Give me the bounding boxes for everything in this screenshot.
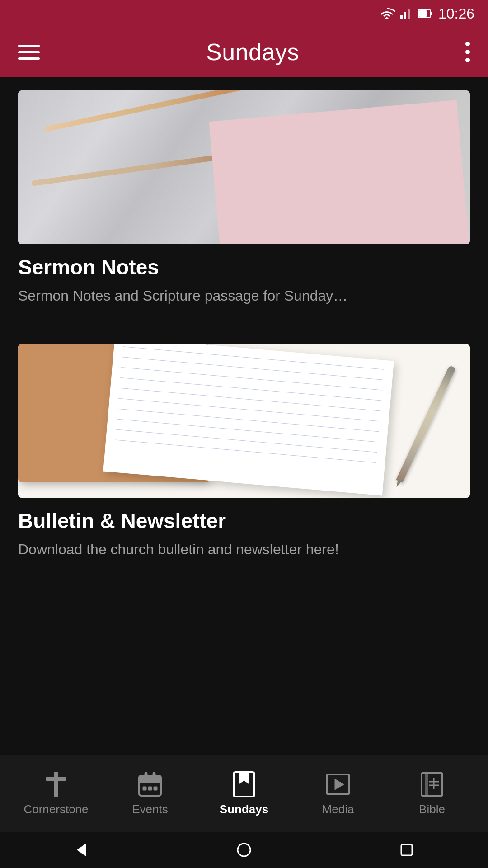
nav-label-cornerstone: Cornerstone [23, 802, 88, 816]
recents-button[interactable] [393, 836, 420, 863]
notepad-line [119, 388, 380, 411]
notepad-line [118, 398, 380, 422]
notepad-line [120, 377, 381, 401]
bulletin-bg [18, 344, 470, 498]
nav-item-bible[interactable]: Bible [385, 771, 479, 816]
sermon-notes-image [18, 90, 470, 244]
bulletin-card[interactable]: Bulletin & Newsletter Download the churc… [18, 344, 470, 571]
notepad-line [116, 429, 377, 453]
svg-rect-1 [404, 12, 406, 19]
sermon-notes-description: Sermon Notes and Scripture passage for S… [18, 286, 470, 306]
app-bar-title: Sundays [206, 38, 299, 66]
battery-icon [418, 8, 433, 19]
home-button[interactable] [230, 836, 258, 863]
notepad-line [122, 357, 383, 380]
pencil-1 [45, 90, 347, 132]
svg-rect-11 [153, 772, 155, 779]
notepad-line [123, 346, 384, 370]
svg-rect-4 [430, 12, 432, 15]
wifi-icon [379, 8, 395, 19]
nav-item-events[interactable]: Events [103, 771, 197, 816]
svg-rect-25 [401, 844, 412, 855]
svg-rect-18 [422, 773, 442, 796]
bible-icon [418, 771, 446, 798]
lined-notepad [103, 344, 394, 496]
svg-rect-14 [154, 787, 157, 790]
app-bar: Sundays [0, 27, 488, 77]
nav-label-media: Media [322, 802, 354, 816]
nav-label-events: Events [132, 802, 168, 816]
svg-rect-13 [148, 787, 152, 790]
notepad-lines [112, 346, 384, 495]
nav-label-bible: Bible [419, 802, 445, 816]
svg-marker-23 [77, 844, 86, 856]
media-icon [324, 771, 352, 798]
status-icons: 10:26 [379, 5, 474, 22]
bulletin-title: Bulletin & Newsletter [18, 509, 470, 533]
svg-rect-9 [139, 776, 161, 783]
svg-rect-5 [419, 10, 427, 17]
signal-icon [400, 8, 413, 19]
notepad-line [115, 439, 376, 463]
svg-marker-17 [335, 779, 344, 790]
pen [396, 365, 456, 483]
cross-icon [42, 771, 70, 798]
svg-rect-6 [54, 772, 58, 797]
bulletin-description: Download the church bulletin and newslet… [18, 539, 470, 560]
bulletin-info: Bulletin & Newsletter Download the churc… [18, 498, 470, 571]
more-options-button[interactable] [465, 42, 470, 62]
nav-label-sundays: Sundays [220, 802, 268, 816]
bookmark-icon [230, 771, 258, 798]
calendar-icon [136, 771, 164, 798]
sermon-notes-card[interactable]: Sermon Notes Sermon Notes and Scripture … [18, 90, 470, 317]
pencil-2 [31, 137, 345, 186]
bulletin-image [18, 344, 470, 498]
menu-button[interactable] [18, 45, 40, 60]
nav-item-sundays[interactable]: Sundays [197, 771, 291, 816]
nav-item-cornerstone[interactable]: Cornerstone [9, 771, 103, 816]
system-nav-bar [0, 832, 488, 868]
sermon-notes-info: Sermon Notes Sermon Notes and Scripture … [18, 244, 470, 317]
svg-rect-2 [408, 9, 410, 19]
pencil-container [18, 90, 470, 244]
svg-rect-19 [425, 773, 428, 796]
notepad-line [117, 419, 378, 442]
notepad-line [121, 367, 382, 391]
sermon-notes-bg [18, 90, 470, 244]
bottom-nav: Cornerstone Events Sundays [0, 755, 488, 832]
svg-rect-10 [145, 772, 147, 779]
nav-item-media[interactable]: Media [291, 771, 385, 816]
svg-point-24 [238, 844, 250, 856]
sermon-notes-title: Sermon Notes [18, 255, 470, 279]
status-bar: 10:26 [0, 0, 488, 27]
notepad-line [117, 408, 379, 432]
status-time: 10:26 [438, 5, 474, 22]
back-button[interactable] [68, 836, 95, 863]
main-content: Sermon Notes Sermon Notes and Scripture … [0, 77, 488, 755]
svg-rect-0 [400, 15, 403, 19]
svg-rect-7 [46, 777, 66, 781]
svg-rect-12 [143, 787, 146, 790]
